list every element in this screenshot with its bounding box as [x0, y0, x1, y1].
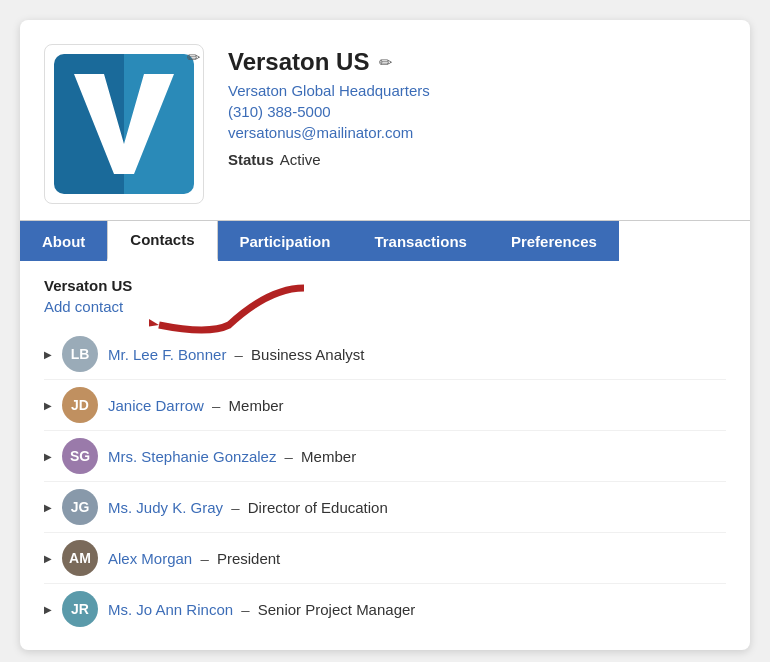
tab-transactions[interactable]: Transactions	[352, 221, 489, 261]
contact-list: ▶LBMr. Lee F. Bonner – Business Analyst▶…	[44, 329, 726, 634]
org-logo	[44, 44, 204, 204]
add-contact-row: Add contact	[44, 298, 726, 315]
header-section: ✏ Versaton US ✏ Versaton Global Headquar…	[20, 20, 750, 220]
org-phone: (310) 388-5000	[228, 103, 726, 120]
status-label: Status	[228, 151, 274, 168]
org-email[interactable]: versatonus@mailinator.com	[228, 124, 726, 141]
list-item: ▶JRMs. Jo Ann Rincon – Senior Project Ma…	[44, 584, 726, 634]
expand-arrow-icon[interactable]: ▶	[44, 451, 52, 462]
list-item: ▶LBMr. Lee F. Bonner – Business Analyst	[44, 329, 726, 380]
tabs-row: About Contacts Participation Transaction…	[20, 220, 750, 261]
tab-participation[interactable]: Participation	[218, 221, 353, 261]
org-name: Versaton US	[228, 48, 369, 76]
contact-info[interactable]: Ms. Jo Ann Rincon – Senior Project Manag…	[108, 601, 415, 618]
expand-arrow-icon[interactable]: ▶	[44, 502, 52, 513]
tab-preferences[interactable]: Preferences	[489, 221, 619, 261]
status-value: Active	[280, 151, 321, 168]
contact-info[interactable]: Ms. Judy K. Gray – Director of Education	[108, 499, 388, 516]
avatar: JD	[62, 387, 98, 423]
list-item: ▶JGMs. Judy K. Gray – Director of Educat…	[44, 482, 726, 533]
contact-info[interactable]: Mr. Lee F. Bonner – Business Analyst	[108, 346, 365, 363]
contacts-section: Versaton US Add contact ▶LBMr. Lee F. Bo…	[20, 261, 750, 650]
avatar: AM	[62, 540, 98, 576]
avatar: JG	[62, 489, 98, 525]
contact-info[interactable]: Mrs. Stephanie Gonzalez – Member	[108, 448, 356, 465]
org-details: Versaton US ✏ Versaton Global Headquarte…	[228, 44, 726, 168]
status-row: Status Active	[228, 151, 726, 168]
add-contact-link[interactable]: Add contact	[44, 298, 123, 315]
tab-contacts[interactable]: Contacts	[107, 221, 217, 261]
logo-edit-icon[interactable]: ✏	[187, 48, 200, 67]
expand-arrow-icon[interactable]: ▶	[44, 349, 52, 360]
contacts-section-title: Versaton US	[44, 277, 726, 294]
logo-container: ✏	[44, 44, 204, 204]
org-link[interactable]: Versaton Global Headquarters	[228, 82, 726, 99]
expand-arrow-icon[interactable]: ▶	[44, 604, 52, 615]
expand-arrow-icon[interactable]: ▶	[44, 553, 52, 564]
contact-info[interactable]: Alex Morgan – President	[108, 550, 280, 567]
arrow-icon	[149, 280, 309, 335]
main-card: ✏ Versaton US ✏ Versaton Global Headquar…	[20, 20, 750, 650]
expand-arrow-icon[interactable]: ▶	[44, 400, 52, 411]
tab-about[interactable]: About	[20, 221, 107, 261]
list-item: ▶SGMrs. Stephanie Gonzalez – Member	[44, 431, 726, 482]
list-item: ▶AMAlex Morgan – President	[44, 533, 726, 584]
org-name-edit-icon[interactable]: ✏	[379, 53, 392, 72]
avatar: JR	[62, 591, 98, 627]
avatar: SG	[62, 438, 98, 474]
avatar: LB	[62, 336, 98, 372]
list-item: ▶JDJanice Darrow – Member	[44, 380, 726, 431]
contact-info[interactable]: Janice Darrow – Member	[108, 397, 284, 414]
org-name-row: Versaton US ✏	[228, 48, 726, 76]
